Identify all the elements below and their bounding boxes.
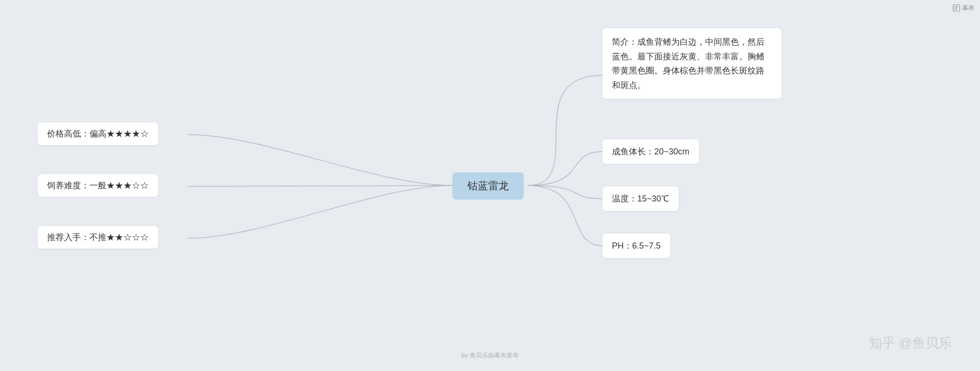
mind-map-canvas: 钴蓝雷龙 价格高低：偏高★★★★☆ 饲养难度：一般★★★☆☆ 推荐入手：不推★★… — [0, 0, 980, 371]
bottom-watermark: by 鱼贝乐由幕布发布 — [461, 351, 518, 360]
left-node-price: 价格高低：偏高★★★★☆ — [38, 122, 158, 145]
right-node-ph: PH：6.5~7.5 — [602, 234, 670, 258]
right-node-intro: 简介：成鱼背鳍为白边，中间黑色，然后蓝色。最下面接近灰黄、非常丰富。胸鳍带黄黑色… — [602, 28, 781, 99]
zhihu-watermark: 知乎 @鱼贝乐 — [869, 334, 952, 352]
intro-text: 简介：成鱼背鳍为白边，中间黑色，然后蓝色。最下面接近灰黄、非常丰富。胸鳍带黄黑色… — [612, 37, 764, 90]
mubusi-logo: 幕布 — [953, 4, 974, 12]
left-node-recommend: 推荐入手：不推★★☆☆☆ — [38, 226, 158, 249]
recommend-text: 推荐入手：不推★★☆☆☆ — [47, 233, 149, 242]
ph-text: PH：6.5~7.5 — [612, 241, 661, 250]
top-right-bar: 幕布 — [953, 0, 980, 16]
right-node-size: 成鱼体长：20~30cm — [602, 139, 699, 164]
temp-text: 温度：15~30℃ — [612, 194, 669, 203]
difficulty-text: 饲养难度：一般★★★☆☆ — [47, 181, 149, 190]
mubusi-label: 幕布 — [962, 4, 974, 12]
left-node-difficulty: 饲养难度：一般★★★☆☆ — [38, 174, 158, 197]
price-text: 价格高低：偏高★★★★☆ — [47, 129, 149, 138]
right-node-temp: 温度：15~30℃ — [602, 186, 679, 211]
center-node: 钴蓝雷龙 — [452, 172, 524, 200]
size-text: 成鱼体长：20~30cm — [612, 147, 690, 156]
mubusi-icon — [953, 4, 960, 12]
center-node-label: 钴蓝雷龙 — [467, 180, 509, 192]
